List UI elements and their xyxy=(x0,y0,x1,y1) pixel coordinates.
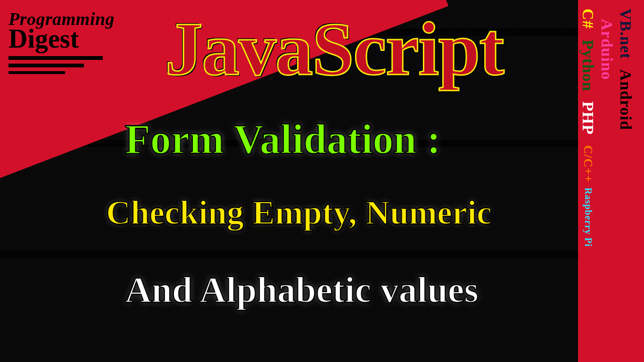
side-tech-labels: C#PythonPHPC/C++Raspberry Pi Arduino VB.… xyxy=(578,0,644,362)
side-label: C/C++ xyxy=(581,145,595,182)
title-javascript: JavaScript xyxy=(165,6,504,93)
side-col-a: C#PythonPHPC/C++Raspberry Pi xyxy=(579,8,597,353)
subtitle-checking: Checking Empty, Numeric xyxy=(106,193,492,232)
brand-rule xyxy=(8,71,65,74)
side-label: Arduino xyxy=(598,19,616,80)
side-label: Raspberry Pi xyxy=(583,188,594,247)
side-label: Android xyxy=(617,69,635,130)
subtitle-alphabetic: And Alphabetic values xyxy=(125,269,479,311)
side-col-c: VB.netAndroid xyxy=(617,8,635,353)
side-label: C# xyxy=(579,8,597,29)
thumbnail-canvas: Programming Digest JavaScript Form Valid… xyxy=(0,0,644,362)
brand-rule xyxy=(8,56,103,60)
side-col-b: Arduino xyxy=(598,8,616,353)
side-label: PHP xyxy=(579,101,597,135)
brand-rule xyxy=(8,64,84,67)
side-label: Python xyxy=(579,40,597,91)
brand-logo: Programming Digest xyxy=(8,8,150,74)
side-label: VB.net xyxy=(617,8,635,59)
subtitle-form-validation: Form Validation : xyxy=(125,115,441,163)
brand-line2: Digest xyxy=(8,26,150,51)
